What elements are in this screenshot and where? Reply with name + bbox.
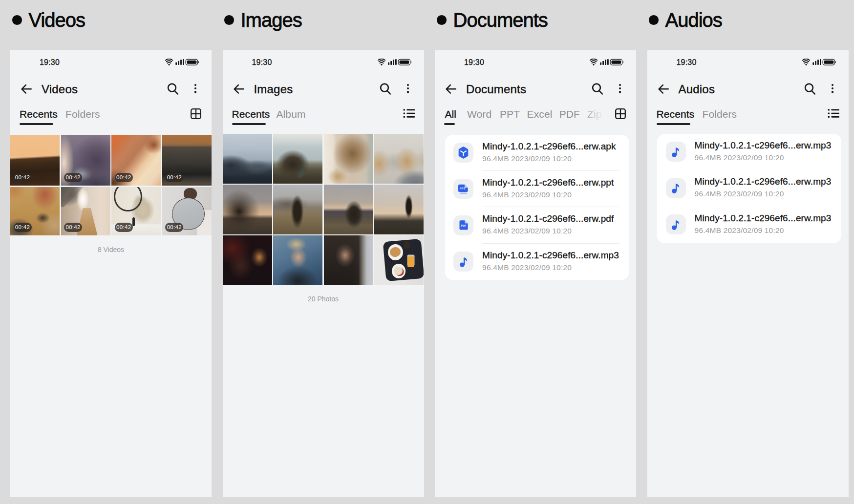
svg-text:PDF: PDF xyxy=(461,224,467,227)
svg-text:PPT: PPT xyxy=(460,188,466,190)
